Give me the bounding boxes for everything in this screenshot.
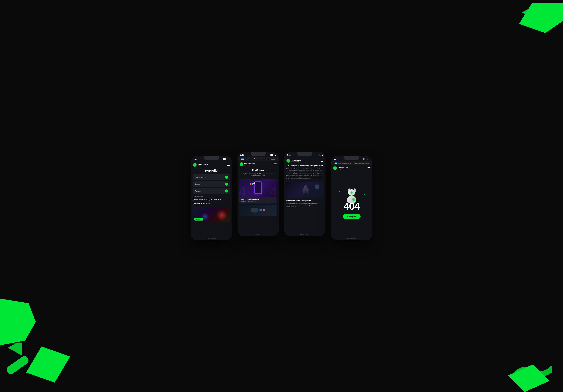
phone3-nav: ● SnoopGame quality assurance [284, 157, 325, 164]
article-card: ARTICLE [193, 207, 230, 222]
filter-arrow-2: → [225, 183, 228, 186]
phone1-time: 9:41 [193, 158, 197, 160]
section-sub: Azure Arc enhances operational efficienc… [286, 202, 324, 208]
devices-card2-bg [239, 205, 277, 215]
phone2-status-icons: ▐▐▐ ▾ ▮ [269, 154, 276, 156]
hamburger-menu-3[interactable] [321, 160, 323, 162]
phone3-status-icons: ▐▐▐ ▾ ▮ [316, 154, 323, 156]
phone2-time: 9:41 [240, 154, 244, 156]
wifi-icon: ▾ [227, 158, 228, 160]
challenge-body: This is due to the fact that companies h… [286, 168, 324, 180]
robot-dog [345, 189, 358, 204]
filter-type-content[interactable]: Type of content → [193, 174, 230, 180]
devices-card2 [239, 205, 277, 215]
error-content: 404 ✦ [331, 171, 372, 237]
logo-icon-2: ● [240, 162, 243, 166]
article-image-card [286, 182, 324, 198]
phone3-url: ● snoopgame.com [284, 233, 325, 236]
phone4-screen: SnoopGame stands with Ukraine and its pe… [331, 162, 372, 240]
logo-text-4: SnoopGame quality assurance [338, 167, 348, 170]
deco-arrow-bottom-left [3, 342, 44, 378]
wifi-icon-3: ▾ [320, 154, 321, 156]
phone4-logo: ● SnoopGame quality assurance [333, 166, 348, 170]
join-us-2[interactable]: Join us [271, 158, 275, 160]
mobile-devices-card: 4 4 450+ mobile devices iOS, Android & A… [239, 179, 277, 203]
phone3-screen: ● SnoopGame quality assurance Challenges… [284, 157, 325, 236]
logo-icon-3: ● [286, 159, 290, 163]
signal-icon: ▐▐▐ [223, 158, 226, 160]
section-content: Data Analysis and Management Azure Arc e… [284, 199, 325, 209]
hamburger-menu-4[interactable] [368, 167, 370, 169]
ukraine-banner-4: SnoopGame stands with Ukraine and its pe… [331, 162, 372, 165]
platforms-hero: Platforms SnoopGame offers a range of HT… [238, 167, 279, 178]
ukraine-banner-2: SnoopGame stands with Ukraine and its pe… [238, 157, 279, 161]
filter-platform[interactable]: Platform → [193, 188, 230, 194]
phone4-notch [344, 156, 359, 160]
hamburger-menu-1[interactable] [227, 164, 230, 166]
phone1-nav: ● SnoopGame quality assurance [191, 162, 232, 168]
signal-icon-2: ▐▐▐ [269, 154, 273, 156]
challenge-header: Challenges to Managing Multiple Cloud Th… [284, 164, 325, 181]
error-404-area: 404 ✦ [336, 189, 367, 211]
phone1-screen: ● SnoopGame quality assurance Portfolio … [191, 162, 232, 240]
logo-text-1: SnoopGame quality assurance [197, 164, 208, 166]
svg-marker-1 [541, 7, 558, 23]
deco-arrows-top-right [522, 4, 560, 32]
phone2-url: ● snoopgame.com [238, 233, 279, 236]
phone-404: 9:41 ▐▐▐ ▾ ▮ SnoopGame stands with Ukrai… [331, 156, 372, 240]
phone1-logo: ● SnoopGame quality assurance [193, 163, 208, 167]
home-page-button[interactable]: Home page [343, 214, 360, 219]
phone3-logo: ● SnoopGame quality assurance [286, 159, 301, 163]
tag-remove-article[interactable]: ✕ [201, 203, 202, 204]
phone4-nav: ● SnoopGame quality assurance [331, 165, 372, 171]
phone2-notch [251, 152, 266, 156]
phone-portfolio: 9:41 ▐▐▐ ▾ ▮ ● SnoopGame quality assuran… [191, 156, 232, 240]
phone1-status-icons: ▐▐▐ ▾ ▮ [223, 158, 229, 160]
mobile-card-sub: iOS, Android & Amazon [241, 201, 275, 202]
battery-icon: ▮ [229, 158, 229, 160]
sim-phone [255, 181, 262, 194]
selected-filters-label: Selected filters: [191, 195, 232, 198]
battery-icon-2: ▮ [275, 154, 276, 156]
tag-article[interactable]: ARTICLE ✕ [193, 202, 204, 205]
phone2-screen: SnoopGame stands with Ukraine and its pe… [238, 157, 279, 236]
tag-remove-pcgame[interactable]: ✕ [218, 199, 219, 201]
phones-container: 9:41 ▐▐▐ ▾ ▮ ● SnoopGame quality assuran… [191, 152, 372, 240]
filter-service[interactable]: Service → [193, 181, 230, 187]
wifi-icon-2: ▾ [273, 154, 274, 156]
ukraine-flag-2 [241, 158, 243, 160]
tag-performance[interactable]: PERFORMANCE ✕ [193, 198, 208, 201]
filter-arrow-3: → [225, 190, 228, 192]
signal-icon-3: ▐▐▐ [316, 154, 320, 156]
phone2-nav: ● SnoopGame quality assurance [238, 161, 279, 167]
phone4-time: 9:41 [334, 158, 337, 160]
hamburger-menu-2[interactable] [274, 163, 277, 165]
deco-shape-bottom-right2 [513, 365, 552, 389]
sim-blocks [250, 183, 255, 185]
mobile-card-img: 4 4 [239, 179, 277, 197]
platforms-desc: SnoopGame offers a range of HTML5 game t… [240, 173, 277, 177]
phone-article: 9:41 ▐▐▐ ▾ ▮ ● SnoopGame quality assuran… [284, 152, 325, 236]
svg-rect-3 [5, 355, 30, 376]
signal-icon-4: ▐▐▐ [363, 158, 366, 160]
article-image [286, 182, 324, 198]
ukraine-flag-4 [334, 162, 337, 164]
svg-marker-0 [522, 4, 538, 21]
filter-tags: PERFORMANCE ✕ PC GAME ✕ ARTICLE ✕ Clear … [191, 198, 232, 206]
portfolio-title: Portfolio [191, 168, 232, 174]
logo-icon-1: ● [193, 163, 197, 167]
sparkle-icon-2: ● [339, 191, 340, 192]
join-us-4[interactable]: Join us [365, 162, 369, 164]
phone4-url: ● snoopgame.com [331, 237, 372, 240]
wifi-icon-4: ▾ [367, 158, 368, 160]
tag-pcgame[interactable]: PC GAME ✕ [209, 198, 221, 201]
article-badge: ARTICLE [194, 218, 203, 221]
battery-icon-3: ▮ [322, 154, 323, 156]
tag-remove-performance[interactable]: ✕ [206, 199, 207, 201]
clear-all-button[interactable]: Clear All [205, 202, 210, 205]
challenge-title: Challenges to Managing Multiple Cloud [286, 164, 324, 167]
logo-icon-4: ● [333, 166, 337, 170]
phone3-notch [297, 152, 312, 156]
phone3-time: 9:41 [287, 154, 291, 156]
battery-icon-4: ▮ [369, 158, 370, 160]
